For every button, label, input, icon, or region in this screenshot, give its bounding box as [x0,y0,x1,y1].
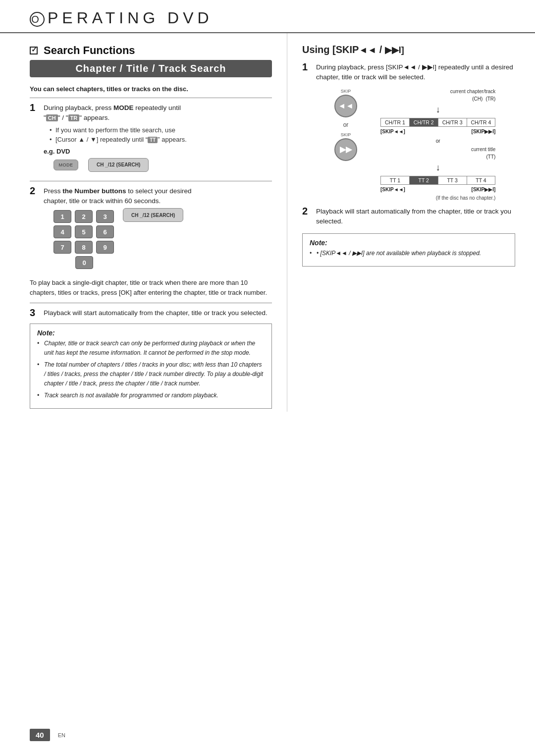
right-note-box: Note: • [SKIP◄◄ / ▶▶I] are not available… [302,233,515,267]
step1-text1: During playback, press [44,104,113,111]
step1-ch-tag: CH [46,114,58,121]
step-3-content: Playback will start automatically from t… [44,308,272,318]
step1-display: CH _/12 (SEARCH) [88,158,149,172]
page-container: OPERATING DVD Search Functions Chapter /… [0,0,535,756]
step2-text1c: to select your desired [126,187,192,195]
skip-right-icon: ▶▶I] [385,45,404,55]
ch-tr-cell-3: CH/TR 3 [438,118,467,126]
para-text: To play back a single-digit chapter, tit… [30,278,272,298]
or-text: or [343,121,349,128]
page-title: OPERATING DVD [30,9,505,27]
step2-text2: chapter, title or track within 60 second… [44,196,272,206]
step1-mode: MODE [113,104,134,111]
skip-left-area: SKIP ◄◄ [334,89,357,117]
step1-tr-tag: TR [68,114,80,121]
down-arrow-tt: ↓ [380,162,495,173]
skip-left-label2: [SKIP◄◄] [380,187,405,192]
num-btn-3: 3 [96,210,114,223]
chapter-banner: Chapter / Title / Track Search [30,60,272,77]
content-area: Search Functions Chapter / Title / Track… [0,33,535,412]
skip-right-label: [SKIP▶▶I] [472,129,496,134]
step-1-content: During playback, press MODE repeatedly u… [44,103,272,176]
step1-tt-tag: TT [148,137,158,143]
checkbox-icon [30,47,38,54]
left-note-list: Chapter, title or track search can only … [37,339,265,400]
step1-display-text: CH _/12 (SEARCH) [97,162,140,167]
or-label: or [380,138,495,144]
footer: 40 EN [30,729,65,741]
current-title-label: current title [380,147,495,152]
right-step-2-content: Playback will start automatically from t… [316,207,515,227]
num-btn-6: 6 [96,225,114,238]
skip-left-button[interactable]: ◄◄ [334,95,357,117]
right-step-2: 2 Playback will start automatically from… [302,207,515,227]
step1-bullet2: [Cursor ▲ / ▼] repeatedly until “TT” app… [50,135,272,145]
left-note-box: Note: Chapter, title or track search can… [30,324,272,409]
tt-skip-labels: [SKIP◄◄] [SKIP▶▶I] [380,187,495,192]
tt-cell-3: TT 3 [438,176,467,184]
num-btn-8: 8 [75,241,93,254]
ch-tr-cell-4: CH/TR 4 [467,118,495,126]
step-2-content: Press the Number buttons to select your … [44,186,272,273]
down-arrow-ch: ↓ [380,105,495,115]
right-step-1: 1 During playback, press [SKIP◄◄ / ▶▶I] … [302,62,515,201]
tt-cell-4: TT 4 [467,176,495,184]
step-1-number: 1 [30,102,44,113]
step1-illustration: MODE CH _/12 (SEARCH) [54,158,272,172]
ch-tr-labels: (CH) (TR) [380,96,495,102]
page-number: 40 [30,729,50,741]
header: OPERATING DVD [0,0,535,33]
step-1: 1 During playback, press MODE repeatedly… [30,103,272,176]
right-note-item: • [SKIP◄◄ / ▶▶I] are not available when … [310,249,508,258]
right-step1-text: During playback, press [SKIP◄◄ / ▶▶I] re… [316,62,515,83]
no-chapter-note: (If the disc has no chapter.) [380,195,495,201]
section-heading: Search Functions [30,44,272,57]
step1-text1c: repeatedly until [134,104,181,111]
right-column: Using [SKIP◄◄ / ▶▶I] 1 During playback, … [287,33,515,412]
bold-note: You can select chapters, titles or track… [30,85,272,93]
step-3: 3 Playback will start automatically from… [30,308,272,319]
right-note-title: Note: [310,239,508,247]
ch-tr-table: CH/TR 1 CH/TR 2 CH/TR 3 CH/TR 4 [380,118,495,127]
mode-button: MODE [54,160,78,170]
section-title: Search Functions [44,44,135,57]
skip-right-label2: [SKIP▶▶I] [472,187,496,192]
tt-cell-2: TT 2 [409,176,438,184]
skip-right-button[interactable]: ▶▶ [334,138,357,161]
step2-display-text: CH _/12 (SEARCH) [131,213,175,218]
left-note-item-3: Track search is not available for progra… [37,391,265,400]
tt-cell-1: TT 1 [381,176,410,184]
num-btn-5: 5 [75,225,93,238]
right-step2-text: Playback will start automatically from t… [316,207,515,227]
ch-tr-cell-2: CH/TR 2 [409,118,438,126]
skip-left-icon: ◄◄ [359,45,376,55]
step2-text1: Press [44,187,62,195]
step2-illustration: 1 2 3 4 5 6 7 8 9 0 CH _/12 (SEAR [44,206,272,273]
num-btn-4: 4 [54,225,71,238]
step1-bullet1: If you want to perform the title search,… [50,125,272,135]
num-btn-7: 7 [54,241,71,254]
left-note-item-1: Chapter, title or track search can only … [37,339,265,357]
step-2-number: 2 [30,185,44,197]
tt-label: (TT) [380,154,495,160]
skip-left-label: [SKIP◄◄] [380,129,405,134]
skip-left-word: SKIP [341,89,351,94]
right-note-list: • [SKIP◄◄ / ▶▶I] are not available when … [310,249,508,258]
right-step-1-number: 1 [302,61,316,73]
left-note-item-2: The total number of chapters / titles / … [37,360,265,388]
num-btn-1: 1 [54,210,71,223]
using-heading: Using [SKIP◄◄ / ▶▶I] [302,44,515,55]
skip-diagram-area: SKIP ◄◄ or SKIP ▶▶ [316,89,515,201]
step-3-number: 3 [30,307,44,319]
step1-appears: " appears. [79,114,109,121]
o-circle-icon: O [30,12,45,27]
left-column: Search Functions Chapter / Title / Track… [30,33,287,412]
right-step-1-content: During playback, press [SKIP◄◄ / ▶▶I] re… [316,62,515,201]
step3-divider [30,303,272,303]
tt-table: TT 1 TT 2 TT 3 TT 4 [380,176,495,185]
ch-tr-skip-labels: [SKIP◄◄] [SKIP▶▶I] [380,129,495,134]
step2-divider [30,181,272,181]
step1-divider [30,98,272,98]
right-step-2-number: 2 [302,206,316,217]
current-chapter-label: current chapter/track [380,89,495,94]
